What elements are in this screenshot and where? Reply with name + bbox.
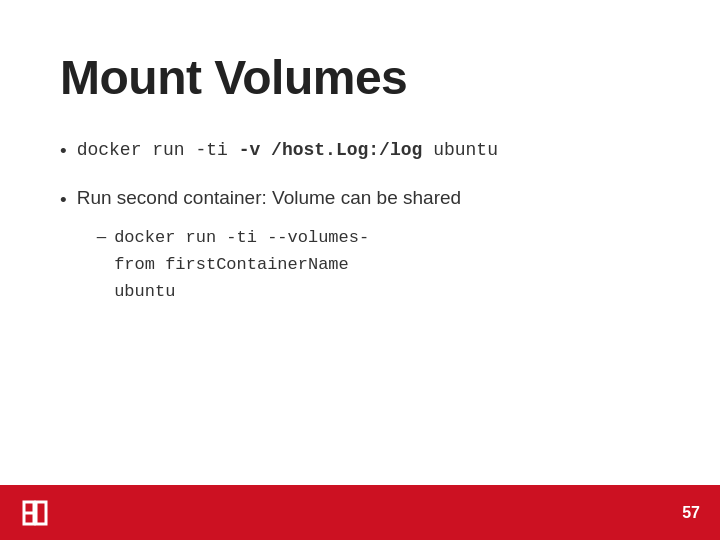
bullet-text-1: docker run -ti -v /host.Log:/log ubuntu — [77, 135, 498, 164]
bullet-dot-1: • — [60, 137, 67, 166]
sub-bullet-text: docker run -ti --volumes- from firstCont… — [114, 224, 369, 306]
footer-logo-icon — [20, 494, 58, 532]
bullet-content-2: Run second container: Volume can be shar… — [77, 184, 461, 306]
sub-bullet-item-1: – docker run -ti --volumes- from firstCo… — [97, 224, 461, 306]
content-area: • docker run -ti -v /host.Log:/log ubunt… — [60, 135, 660, 306]
bullet-item-1: • docker run -ti -v /host.Log:/log ubunt… — [60, 135, 660, 166]
code-prefix-1: docker run -ti — [77, 140, 239, 160]
bullet-dot-2: • — [60, 186, 67, 215]
sub-line-2: from firstContainerName — [114, 255, 349, 274]
code-suffix-1: ubuntu — [422, 140, 498, 160]
slide-footer: 57 — [0, 485, 720, 540]
slide: Mount Volumes • docker run -ti -v /host.… — [0, 0, 720, 540]
sub-bullet-dash: – — [97, 224, 106, 250]
sub-line-1: docker run -ti --volumes- — [114, 228, 369, 247]
bullet-item-2: • Run second container: Volume can be sh… — [60, 184, 660, 306]
sub-bullet-area: – docker run -ti --volumes- from firstCo… — [97, 224, 461, 306]
sub-line-3: ubuntu — [114, 282, 175, 301]
code-bold-1: -v /host.Log:/log — [239, 140, 423, 160]
bullet-text-2: Run second container: Volume can be shar… — [77, 187, 461, 208]
svg-rect-1 — [36, 502, 46, 524]
page-number: 57 — [682, 504, 700, 522]
slide-title: Mount Volumes — [60, 50, 660, 105]
